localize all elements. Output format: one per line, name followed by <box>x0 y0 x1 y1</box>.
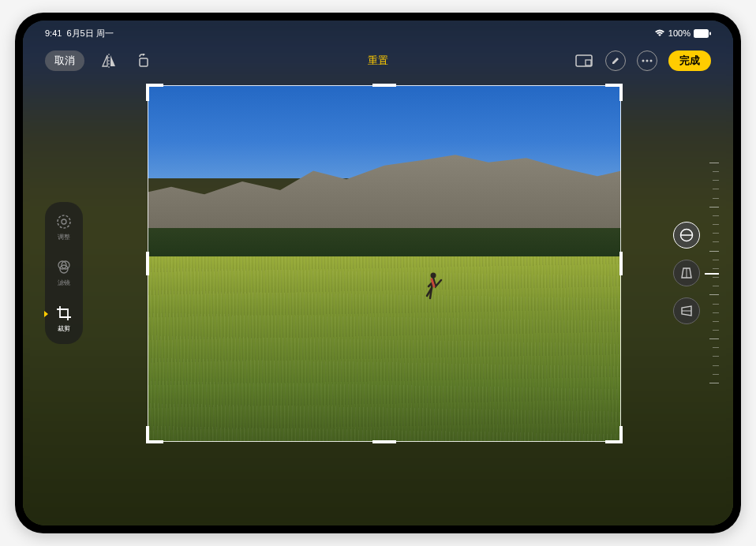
straighten-controls <box>673 222 700 324</box>
battery-icon <box>694 29 711 38</box>
adjust-tab[interactable]: 调整 <box>55 213 73 241</box>
edit-mode-panel: 调整 滤镜 裁剪 <box>45 202 83 344</box>
photo-grass-region <box>148 256 621 442</box>
svg-point-8 <box>650 60 653 62</box>
svg-point-9 <box>58 215 70 228</box>
aspect-ratio-button[interactable] <box>574 50 594 71</box>
device-frame: 9:41 6月5日 周一 100% 取消 重置 <box>15 13 741 533</box>
crop-handle-bottom-left[interactable] <box>146 426 163 443</box>
adjust-label: 调整 <box>58 233 70 241</box>
horizontal-perspective-button[interactable] <box>673 297 700 324</box>
status-bar: 9:41 6月5日 周一 100% <box>23 25 733 41</box>
straighten-button[interactable] <box>673 222 700 249</box>
crop-label: 裁剪 <box>58 324 70 333</box>
adjust-icon <box>55 213 73 230</box>
status-time: 9:41 <box>45 28 62 38</box>
filters-label: 滤镜 <box>58 279 70 287</box>
svg-rect-4 <box>576 55 592 66</box>
photo-content <box>148 85 621 442</box>
photo-sky-region <box>148 85 621 178</box>
crop-handle-left[interactable] <box>146 252 149 275</box>
photo-subject <box>422 271 446 302</box>
toolbar: 取消 重置 完成 <box>23 46 733 76</box>
crop-handle-top[interactable] <box>372 84 396 87</box>
svg-rect-3 <box>140 58 148 66</box>
rotation-ruler[interactable] <box>706 163 719 383</box>
markup-button[interactable] <box>605 50 626 71</box>
svg-rect-0 <box>694 29 709 38</box>
crop-handle-bottom-right[interactable] <box>605 426 623 443</box>
vertical-perspective-button[interactable] <box>673 260 700 286</box>
more-button[interactable] <box>637 50 657 71</box>
svg-rect-5 <box>586 60 591 65</box>
crop-tab[interactable]: 裁剪 <box>55 305 73 333</box>
crop-icon <box>55 305 73 322</box>
ruler-indicator <box>705 273 719 275</box>
filters-tab[interactable]: 滤镜 <box>55 259 73 287</box>
rotate-button[interactable] <box>133 50 154 71</box>
done-button[interactable]: 完成 <box>668 50 711 71</box>
wifi-icon <box>654 29 665 37</box>
svg-point-7 <box>646 60 649 62</box>
svg-point-10 <box>62 219 66 224</box>
screen: 9:41 6月5日 周一 100% 取消 重置 <box>23 21 733 525</box>
cancel-button[interactable]: 取消 <box>45 50 84 71</box>
filters-icon <box>55 259 73 276</box>
crop-handle-bottom[interactable] <box>372 440 396 443</box>
crop-handle-right[interactable] <box>619 252 623 275</box>
crop-handle-top-right[interactable] <box>605 84 623 101</box>
battery-percent: 100% <box>668 28 691 38</box>
svg-point-6 <box>642 60 645 62</box>
photo-canvas[interactable] <box>148 85 621 442</box>
flip-horizontal-button[interactable] <box>99 50 119 71</box>
svg-rect-1 <box>709 32 711 35</box>
status-date: 6月5日 周一 <box>66 28 113 39</box>
crop-handle-top-left[interactable] <box>146 84 163 101</box>
reset-button[interactable]: 重置 <box>368 54 388 68</box>
